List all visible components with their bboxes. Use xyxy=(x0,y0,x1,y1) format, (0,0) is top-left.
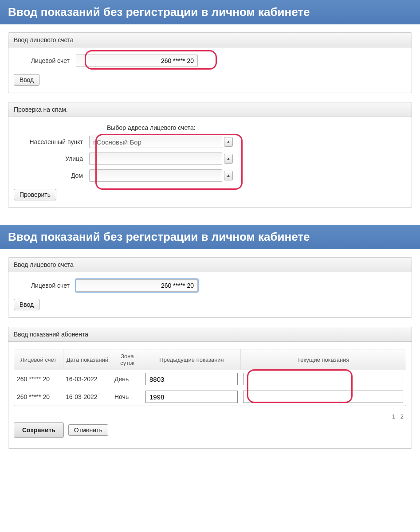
col-account: Лицевой счет xyxy=(14,349,63,370)
street-input[interactable] xyxy=(89,153,222,165)
cancel-button[interactable]: Отменить xyxy=(68,424,108,436)
cell-zone: День xyxy=(112,370,143,388)
panel-account-entry-2: Ввод лицевого счета Лицевой счет Ввод xyxy=(8,257,412,318)
prev-reading-input[interactable] xyxy=(145,391,238,403)
city-input[interactable] xyxy=(89,136,222,148)
account-label: Лицевой счет xyxy=(14,57,76,64)
table-row: 260 ***** 20 16-03-2022 День xyxy=(14,370,406,388)
page-title-2: Ввод показаний без регистрации в личном … xyxy=(0,225,420,249)
panel-readings-header: Ввод показаний абонента xyxy=(8,327,412,342)
col-prev: Предыдущие показания xyxy=(143,349,240,370)
street-label: Улица xyxy=(14,155,89,162)
check-button[interactable]: Проверить xyxy=(14,189,56,200)
account-input[interactable] xyxy=(76,55,198,67)
col-curr: Текущие показания xyxy=(240,349,406,370)
house-label: Дом xyxy=(14,172,89,179)
cell-zone: Ночь xyxy=(112,388,143,406)
account-submit-button[interactable]: Ввод xyxy=(14,74,39,86)
col-zone: Зона суток xyxy=(112,349,143,370)
house-dropdown-button[interactable]: ▲ xyxy=(224,171,233,180)
panel-spam-header: Проверка на спам. xyxy=(8,102,412,117)
table-row: 260 ***** 20 16-03-2022 Ночь xyxy=(14,388,406,406)
cell-date: 16-03-2022 xyxy=(63,388,112,406)
street-dropdown-button[interactable]: ▲ xyxy=(224,154,233,164)
col-date: Дата показаний xyxy=(63,349,112,370)
current-reading-input[interactable] xyxy=(243,391,403,403)
account-submit-button-2[interactable]: Ввод xyxy=(14,299,39,310)
prev-reading-input[interactable] xyxy=(145,373,238,385)
cell-account: 260 ***** 20 xyxy=(14,370,63,388)
house-input[interactable] xyxy=(89,169,222,182)
page-title-1: Ввод показаний без регистрации в личном … xyxy=(0,0,420,24)
address-heading: Выбор адреса лицевого счета: xyxy=(107,124,406,131)
city-label: Населенный пункт xyxy=(14,138,89,145)
account-label-2: Лицевой счет xyxy=(14,282,76,289)
panel-account-header-2: Ввод лицевого счета xyxy=(8,258,412,272)
cell-date: 16-03-2022 xyxy=(63,370,112,388)
chevron-up-icon: ▲ xyxy=(226,140,231,144)
panel-spam-check: Проверка на спам. Выбор адреса лицевого … xyxy=(8,102,412,208)
panel-account-header: Ввод лицевого счета xyxy=(8,33,412,47)
chevron-up-icon: ▲ xyxy=(226,173,231,178)
account-input-2[interactable] xyxy=(76,279,198,292)
save-button[interactable]: Сохранить xyxy=(14,422,64,438)
current-reading-input[interactable] xyxy=(243,373,403,385)
city-dropdown-button[interactable]: ▲ xyxy=(224,137,233,147)
cell-account: 260 ***** 20 xyxy=(14,388,63,406)
chevron-up-icon: ▲ xyxy=(226,156,231,161)
readings-table: Лицевой счет Дата показаний Зона суток П… xyxy=(14,349,406,406)
panel-account-entry: Ввод лицевого счета Лицевой счет Ввод xyxy=(8,32,412,93)
panel-readings: Ввод показаний абонента Лицевой счет Дат xyxy=(8,327,412,449)
pager-text: 1 - 2 xyxy=(14,412,406,421)
